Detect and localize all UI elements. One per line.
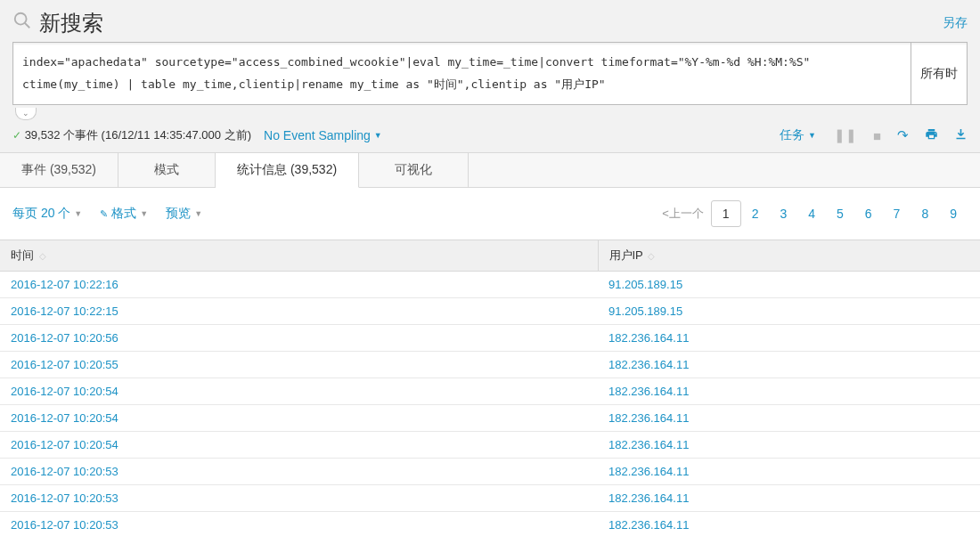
sort-icon: ◇ <box>39 251 46 261</box>
page-5[interactable]: 5 <box>826 201 854 226</box>
pencil-icon: ✎ <box>100 208 108 220</box>
chevron-down-icon: ▼ <box>140 209 148 218</box>
cell-time[interactable]: 2016-12-07 10:22:15 <box>0 298 598 325</box>
page-4[interactable]: 4 <box>797 201 826 226</box>
table-row: 2016-12-07 10:20:53182.236.164.11 <box>0 512 980 536</box>
search-icon <box>12 11 32 36</box>
table-row: 2016-12-07 10:20:54182.236.164.11 <box>0 405 980 432</box>
cell-ip[interactable]: 91.205.189.15 <box>598 272 980 298</box>
tab-visualization[interactable]: 可视化 <box>359 153 469 187</box>
status-right: 任务 ▼ ❚❚ ■ ↷ <box>780 127 968 143</box>
table-row: 2016-12-07 10:20:56182.236.164.11 <box>0 325 980 352</box>
expand-search-icon[interactable]: ⌄ <box>15 108 37 120</box>
expand-row: ⌄ <box>0 105 980 120</box>
cell-ip[interactable]: 182.236.164.11 <box>598 378 980 405</box>
column-header-ip[interactable]: 用户IP ◇ <box>598 240 980 272</box>
cell-ip[interactable]: 182.236.164.11 <box>598 325 980 352</box>
per-page-label: 每页 20 个 <box>12 206 70 222</box>
per-page-dropdown[interactable]: 每页 20 个 ▼ <box>12 206 82 222</box>
cell-time[interactable]: 2016-12-07 10:20:54 <box>0 405 598 432</box>
header-left: 新搜索 <box>12 9 103 37</box>
save-as-link[interactable]: 另存 <box>943 15 968 31</box>
pagination-prev[interactable]: <上一个 <box>655 200 711 227</box>
results-table: 时间 ◇ 用户IP ◇ 2016-12-07 10:22:1691.205.18… <box>0 240 980 536</box>
cell-ip[interactable]: 91.205.189.15 <box>598 298 980 325</box>
chevron-left-icon: < <box>662 207 669 220</box>
table-row: 2016-12-07 10:22:1591.205.189.15 <box>0 298 980 325</box>
cell-time[interactable]: 2016-12-07 10:20:56 <box>0 325 598 352</box>
cell-ip[interactable]: 182.236.164.11 <box>598 459 980 485</box>
chevron-down-icon: ▼ <box>194 209 202 218</box>
page-9[interactable]: 9 <box>939 201 968 226</box>
table-row: 2016-12-07 10:20:53182.236.164.11 <box>0 459 980 485</box>
table-row: 2016-12-07 10:20:55182.236.164.11 <box>0 352 980 378</box>
share-icon[interactable]: ↷ <box>897 127 909 143</box>
search-query-input[interactable]: index="apachedata" sourcetype="access_co… <box>12 42 911 105</box>
prev-label: 上一个 <box>669 207 704 220</box>
sampling-dropdown[interactable]: No Event Sampling ▼ <box>264 128 382 142</box>
task-menu[interactable]: 任务 ▼ <box>780 127 816 143</box>
cell-time[interactable]: 2016-12-07 10:20:53 <box>0 512 598 536</box>
cell-time[interactable]: 2016-12-07 10:22:16 <box>0 272 598 298</box>
cell-time[interactable]: 2016-12-07 10:20:54 <box>0 378 598 405</box>
check-icon: ✓ <box>12 129 21 142</box>
table-row: 2016-12-07 10:20:54182.236.164.11 <box>0 378 980 405</box>
cell-ip[interactable]: 182.236.164.11 <box>598 512 980 536</box>
page-title: 新搜索 <box>39 9 103 37</box>
table-row: 2016-12-07 10:22:1691.205.189.15 <box>0 272 980 298</box>
preview-label: 预览 <box>166 206 191 222</box>
cell-ip[interactable]: 182.236.164.11 <box>598 405 980 432</box>
cell-time[interactable]: 2016-12-07 10:20:55 <box>0 352 598 378</box>
page-3[interactable]: 3 <box>769 201 797 226</box>
table-header-row: 时间 ◇ 用户IP ◇ <box>0 240 980 272</box>
stop-icon[interactable]: ■ <box>873 128 881 143</box>
table-row: 2016-12-07 10:20:53182.236.164.11 <box>0 485 980 512</box>
format-dropdown[interactable]: ✎ 格式 ▼ <box>100 206 148 222</box>
col-time-label: 时间 <box>11 248 34 262</box>
controls-left: 每页 20 个 ▼ ✎ 格式 ▼ 预览 ▼ <box>12 206 202 222</box>
tab-patterns[interactable]: 模式 <box>118 153 216 187</box>
page-2[interactable]: 2 <box>741 201 770 226</box>
task-label: 任务 <box>780 127 804 143</box>
chevron-down-icon: ▼ <box>74 209 82 218</box>
print-icon[interactable] <box>925 127 938 143</box>
table-row: 2016-12-07 10:20:54182.236.164.11 <box>0 432 980 459</box>
status-bar: ✓ 39,532 个事件 (16/12/11 14:35:47.000 之前) … <box>0 120 980 153</box>
col-ip-label: 用户IP <box>609 248 643 262</box>
table-controls: 每页 20 个 ▼ ✎ 格式 ▼ 预览 ▼ <上一个 123456789 <box>0 188 980 240</box>
page-1[interactable]: 1 <box>711 200 741 227</box>
page-header: 新搜索 另存 <box>0 0 980 42</box>
cell-time[interactable]: 2016-12-07 10:20:53 <box>0 459 598 485</box>
tab-statistics[interactable]: 统计信息 (39,532) <box>216 153 359 188</box>
chevron-down-icon: ▼ <box>374 131 382 140</box>
cell-ip[interactable]: 182.236.164.11 <box>598 485 980 512</box>
tab-events[interactable]: 事件 (39,532) <box>0 153 118 187</box>
format-label: 格式 <box>111 206 136 222</box>
page-8[interactable]: 8 <box>911 201 939 226</box>
page-6[interactable]: 6 <box>854 201 883 226</box>
sampling-label: No Event Sampling <box>264 128 371 142</box>
chevron-down-icon: ▼ <box>808 131 816 140</box>
pagination: <上一个 123456789 <box>655 200 968 227</box>
page-7[interactable]: 7 <box>883 201 911 226</box>
svg-point-0 <box>15 13 27 25</box>
pause-icon[interactable]: ❚❚ <box>834 127 857 143</box>
time-range-button[interactable]: 所有时 <box>911 42 968 105</box>
download-icon[interactable] <box>954 127 968 143</box>
status-events: ✓ 39,532 个事件 (16/12/11 14:35:47.000 之前) <box>12 127 251 143</box>
tabs: 事件 (39,532) 模式 统计信息 (39,532) 可视化 <box>0 153 980 188</box>
event-count-text: 39,532 个事件 (16/12/11 14:35:47.000 之前) <box>25 128 251 142</box>
column-header-time[interactable]: 时间 ◇ <box>0 240 598 272</box>
cell-time[interactable]: 2016-12-07 10:20:53 <box>0 485 598 512</box>
cell-ip[interactable]: 182.236.164.11 <box>598 432 980 459</box>
search-bar-row: index="apachedata" sourcetype="access_co… <box>0 42 980 105</box>
sort-icon: ◇ <box>648 251 655 261</box>
svg-line-1 <box>25 23 30 28</box>
cell-time[interactable]: 2016-12-07 10:20:54 <box>0 432 598 459</box>
cell-ip[interactable]: 182.236.164.11 <box>598 352 980 378</box>
action-icons: ❚❚ ■ ↷ <box>834 127 968 143</box>
status-left: ✓ 39,532 个事件 (16/12/11 14:35:47.000 之前) … <box>12 127 382 143</box>
preview-dropdown[interactable]: 预览 ▼ <box>166 206 202 222</box>
